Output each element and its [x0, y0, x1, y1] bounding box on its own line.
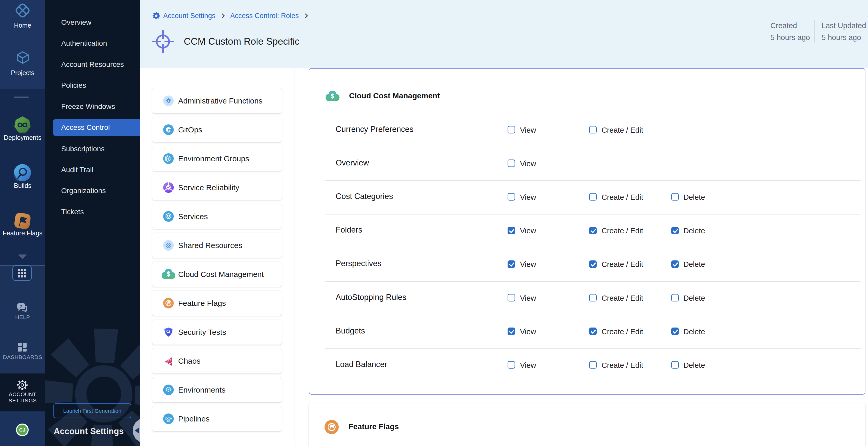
svg-text:$: $: [166, 270, 170, 278]
svg-text:$: $: [331, 92, 335, 100]
svg-text:?: ?: [20, 304, 22, 309]
